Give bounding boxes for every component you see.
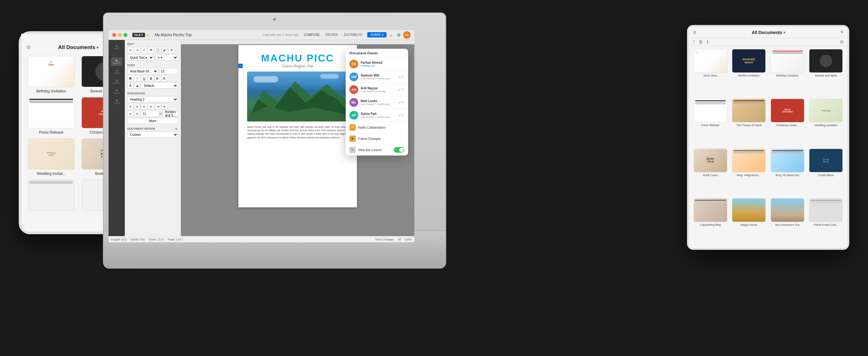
list-item[interactable]: 📄 Short Story	[693, 49, 728, 95]
close-button[interactable]	[112, 33, 116, 37]
align-right-button[interactable]: ≡	[141, 103, 147, 110]
bold-button[interactable]: B	[127, 75, 133, 82]
tablet-trash-icon[interactable]: 🗑	[699, 39, 703, 44]
settings-button[interactable]: ⚙	[395, 32, 402, 38]
tablet-gear-icon[interactable]: ⚙	[693, 30, 697, 35]
list-bullet-button[interactable]: ≡	[127, 111, 133, 117]
edit-tool[interactable]: ✏ EDIT	[111, 42, 122, 51]
list-item[interactable]: CreditMemo Credit Memo	[808, 149, 844, 195]
follow-changes-button[interactable]: 👁 Follow Changes	[346, 133, 408, 144]
list-item[interactable]: 🎂One Birthday Invitation	[26, 56, 76, 93]
superscript-button[interactable]: A↑	[155, 75, 161, 82]
doc-design-select[interactable]: Custom	[127, 131, 178, 138]
strikethrough-button[interactable]: S	[148, 75, 154, 82]
list-item[interactable]: Happy Dunes	[731, 198, 767, 245]
indent-button[interactable]: ⇥	[155, 103, 161, 110]
italic-button[interactable]: I	[134, 75, 141, 82]
more-button[interactable]: More	[127, 118, 178, 124]
list-item[interactable]: The Theory of Good	[731, 99, 767, 145]
list-item[interactable]: Beards and lights	[808, 49, 844, 95]
doc-thumbnail: WeddingInvite	[28, 138, 74, 170]
list-item[interactable]: WeddingInvite Wedding Invitat...	[26, 138, 76, 176]
list-item[interactable]: Blog: All about lists	[770, 149, 805, 195]
list-number-button[interactable]: ≡	[134, 111, 141, 117]
doc-design-edit-icon[interactable]: ✎	[175, 127, 178, 131]
list-item[interactable]: Birthday Invitation	[770, 49, 805, 95]
underline-button[interactable]: U	[141, 75, 147, 82]
doc-label: Wedding Invitat...	[37, 172, 66, 176]
layout-tool[interactable]: ⊟ LAYOUT	[111, 77, 122, 86]
format-paint-button[interactable]: 🖌	[162, 47, 168, 53]
font-tool[interactable]: A FONT	[111, 67, 122, 76]
highlight-button[interactable]: ▲	[134, 83, 141, 89]
font-family-select[interactable]: Arial Black (H...	[127, 68, 158, 74]
collab-info-anil: Anil Nayyar Last viewed a year ago	[361, 87, 396, 93]
tablet-add-button[interactable]: +	[840, 29, 844, 36]
list-item[interactable]: BOOKTITLE Book Cover	[693, 149, 728, 195]
cut-button[interactable]: ✂	[141, 47, 147, 53]
doc-hero-image	[247, 71, 348, 121]
align-justify-button[interactable]: ≡	[148, 103, 154, 110]
clear-format-button[interactable]: ✕	[168, 47, 175, 53]
borders-button[interactable]: Borders and S...	[162, 111, 178, 117]
distribute-button[interactable]: DISTRIBUTE	[341, 32, 365, 37]
list-item[interactable]: Press Release	[26, 97, 76, 135]
user-avatar: FA	[403, 31, 411, 39]
tablet-info-icon[interactable]: ℹ	[707, 39, 708, 44]
quick-text-select[interactable]: Quick Text ▾	[127, 54, 154, 61]
tools-tool[interactable]: ⚙ TOOLS	[111, 97, 122, 106]
subscript-button[interactable]: A↓	[162, 75, 168, 82]
doc-thumbnail	[693, 198, 727, 222]
avatar-matt: ML	[349, 98, 358, 107]
minimize-button[interactable]	[118, 33, 122, 37]
undo-button[interactable]: ↩	[127, 47, 133, 53]
font-color-button[interactable]: A	[127, 83, 133, 89]
list-item[interactable]: Wedding Wedding Invitation	[808, 99, 844, 145]
paragraph-section-title: PARAGRAPH	[127, 92, 178, 95]
insert-tool[interactable]: ⊞ INSERT	[111, 57, 122, 66]
align-left-button[interactable]: ≡	[127, 103, 133, 110]
tablet-share-icon[interactable]: ⤴	[693, 39, 695, 44]
text-size-select[interactable]: ≡ ▾	[155, 54, 178, 61]
list-item[interactable]: BONFIRENIGHT Bonfire Invitation	[731, 49, 767, 95]
font-size-input[interactable]	[159, 68, 178, 74]
redo-button[interactable]: ↪	[134, 47, 141, 53]
compose-button[interactable]: COMPOSE	[301, 32, 322, 37]
collaborator-farhan: FA Farhan Ahmed Viewing now	[346, 58, 408, 70]
check-anil: ✓✓	[398, 87, 404, 92]
list-item[interactable]: Blog: Integrations...	[731, 149, 767, 195]
share-button[interactable]: SHARE ▾	[367, 32, 386, 37]
gear-icon[interactable]: ⚙	[26, 44, 31, 50]
tablet-move-icon[interactable]: ⊞	[840, 39, 844, 44]
review-button[interactable]: REVIEW	[323, 32, 340, 37]
doc-thumbnail	[732, 99, 766, 122]
doc-thumbnail	[771, 198, 804, 222]
paste-button[interactable]: 📋	[155, 47, 161, 53]
doc-thumbnail	[809, 198, 843, 222]
list-item[interactable]	[26, 180, 76, 213]
live-cursors-toggle[interactable]	[394, 147, 404, 153]
status-bar: English (US) Words: 325 Chars: 2172 Page…	[108, 236, 414, 242]
collab-name-matt: Matt Lunko	[361, 99, 396, 103]
maximize-button[interactable]	[124, 33, 127, 37]
line-spacing-input[interactable]	[141, 111, 159, 117]
list-item[interactable]: My Colosseum Trip	[770, 198, 805, 245]
file-menu-button[interactable]: FILE ▾	[132, 33, 145, 37]
notify-collaborators-button[interactable]: 🔔 Notify Collaborators	[346, 122, 408, 133]
copy-button[interactable]: ⧉	[148, 47, 154, 53]
star-icon[interactable]: ★	[146, 32, 150, 37]
heading-select[interactable]: Heading 3	[127, 96, 178, 102]
selection-handle[interactable]: +	[238, 64, 243, 68]
outdent-button[interactable]: ⇤	[162, 103, 168, 110]
list-item[interactable]: Press Release	[693, 99, 728, 145]
font-style-select[interactable]: Default...	[141, 83, 178, 89]
doc-label: Christmas Greet...	[776, 124, 799, 127]
search-button[interactable]: ⌕	[388, 32, 394, 38]
doc-thumbnail	[28, 97, 74, 128]
view-tool[interactable]: 👁 VIEW	[111, 87, 122, 96]
list-item[interactable]: MerryChristmas Christmas Greet...	[770, 99, 805, 145]
traffic-lights	[112, 33, 127, 37]
list-item[interactable]: Florist Event Cont...	[808, 198, 844, 245]
align-center-button[interactable]: ≡	[134, 103, 141, 110]
list-item[interactable]: Copywriting Blog	[693, 198, 728, 245]
